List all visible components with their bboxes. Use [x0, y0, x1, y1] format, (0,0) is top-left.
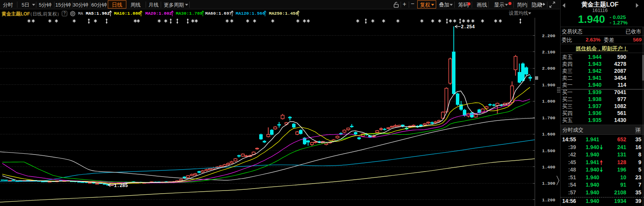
svg-text:1.285: 1.285	[114, 183, 128, 189]
svg-text:1.700: 1.700	[542, 115, 556, 120]
svg-text:2.100: 2.100	[542, 50, 556, 55]
svg-text:1.800: 1.800	[542, 99, 556, 104]
svg-text:1.500: 1.500	[542, 148, 556, 153]
svg-text:2.000: 2.000	[542, 66, 556, 71]
svg-text:1.200: 1.200	[542, 197, 556, 203]
svg-text:2.200: 2.200	[542, 33, 556, 38]
svg-text:1.600: 1.600	[542, 132, 556, 137]
svg-text:2.254: 2.254	[461, 24, 475, 30]
svg-text:1.400: 1.400	[542, 165, 556, 170]
svg-text:1.900: 1.900	[542, 82, 556, 88]
svg-text:1.300: 1.300	[542, 181, 556, 186]
